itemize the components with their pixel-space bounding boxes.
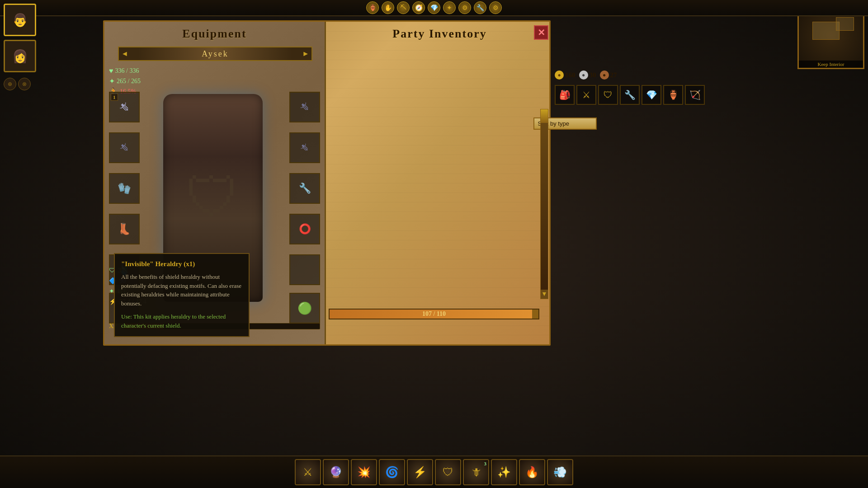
- weapon-icon: 🗡: [115, 98, 133, 116]
- hp-row: ♥ 336 / 336: [109, 67, 163, 75]
- capacity-text: 107 / 110: [330, 310, 538, 319]
- topbar-icon-5[interactable]: 💎: [428, 1, 440, 14]
- topbar-icon-8[interactable]: 🔧: [474, 1, 486, 14]
- tooltip-body: All the benefits of shield heraldry with…: [121, 272, 242, 308]
- skill-2[interactable]: 🔮: [323, 459, 349, 485]
- slot-boots[interactable]: 👢: [109, 214, 140, 244]
- skill-bar: ⚔ 🔮 💥 🌀 ⚡ 🛡 🗡 3 ✨ 🔥 💨: [0, 455, 868, 488]
- mana-row: ✦ 265 / 265: [109, 77, 163, 85]
- slot-offhand2[interactable]: 🗡: [289, 132, 320, 163]
- skill-5[interactable]: ⚡: [407, 459, 433, 485]
- top-bar: 🏺 ✋ ⛏ 🧭 💎 ✦ ⚙ 🔧 ⚙: [0, 0, 868, 16]
- inventory-panel: Party Inventory ✕ ● 160 ● 30 ● 27 Sort b…: [327, 22, 552, 344]
- currency-bar: ● 160 ● 30 ● 27 Sort by type: [555, 70, 617, 80]
- silver-coin-icon: ●: [579, 70, 588, 80]
- portrait-panel: 👨 👩 ⊕ ⊗: [4, 4, 36, 90]
- filter-weapons[interactable]: ⚔: [576, 85, 596, 105]
- armor-emoji: 🛡: [186, 167, 240, 229]
- weapon2-icon: 🗡: [116, 140, 133, 156]
- filter-icons-row: 🎒 ⚔ 🛡 🔧 💎 🏺 🏹: [555, 85, 705, 105]
- mana-icon: ✦: [109, 77, 115, 85]
- slot-offhand[interactable]: 🗡: [289, 92, 320, 122]
- skill-count-7: 3: [484, 461, 487, 466]
- weapon-badge: 1: [111, 94, 118, 101]
- topbar-icon-2[interactable]: ✋: [382, 1, 394, 14]
- slot-weapon-main[interactable]: 1 🗡: [109, 92, 140, 122]
- skill-8[interactable]: ✨: [491, 459, 517, 485]
- bronze-coin-icon: ●: [600, 70, 609, 80]
- filter-gems[interactable]: 💎: [642, 85, 661, 105]
- equipment-title: Equipment: [104, 22, 325, 44]
- gold-amount: 160: [565, 71, 576, 79]
- gloves-icon: 🧤: [118, 182, 131, 195]
- minimap-label: Keep Interior: [799, 61, 863, 68]
- mana-value: 265 / 265: [117, 78, 141, 85]
- portrait-icon-group[interactable]: ⊕: [4, 78, 16, 90]
- slot-weapon2[interactable]: 🗡: [109, 132, 140, 163]
- boots-icon: 👢: [118, 223, 131, 235]
- slot-neck[interactable]: [289, 254, 320, 285]
- inventory-scrollbar[interactable]: ▲ ▼: [540, 109, 548, 299]
- skill-9[interactable]: 🔥: [519, 459, 545, 485]
- offhand2-icon: 🗡: [297, 140, 312, 155]
- tooltip: "Invisible" Heraldry (x1) All the benefi…: [114, 253, 250, 337]
- skill-10[interactable]: 💨: [547, 459, 573, 485]
- filter-all[interactable]: 🎒: [555, 85, 575, 105]
- portrait-2[interactable]: 👩: [4, 40, 36, 72]
- silver-currency: ● 30: [579, 70, 596, 80]
- topbar-icon-6[interactable]: ✦: [443, 1, 456, 14]
- capacity-bar-container: 107 / 110: [329, 309, 539, 319]
- slot-gloves[interactable]: 🧤: [109, 173, 140, 204]
- inventory-title: Party Inventory: [327, 22, 552, 44]
- slot-accessory[interactable]: ⭕: [289, 214, 320, 244]
- portrait-icon-select[interactable]: ⊗: [18, 78, 31, 90]
- skill-7[interactable]: 🗡 3: [463, 459, 489, 485]
- topbar-icon-1[interactable]: 🏺: [366, 1, 379, 14]
- silver-amount: 30: [590, 71, 596, 79]
- skill-4[interactable]: 🌀: [379, 459, 405, 485]
- char-name-bar: Aysek: [118, 47, 312, 61]
- chest-icon: 🔧: [299, 183, 311, 194]
- slot-ring2[interactable]: 🟢: [289, 293, 320, 324]
- scroll-down-arrow[interactable]: ▼: [541, 290, 548, 299]
- bronze-amount: 27: [610, 71, 617, 79]
- topbar-icon-4[interactable]: 🧭: [412, 1, 425, 14]
- topbar-icon-9[interactable]: ⚙: [489, 1, 502, 14]
- skill-6[interactable]: 🛡: [435, 459, 461, 485]
- skill-1[interactable]: ⚔: [295, 459, 321, 485]
- skill-3[interactable]: 💥: [351, 459, 377, 485]
- slot-chest[interactable]: 🔧: [289, 173, 320, 204]
- accessory-icon: ⭕: [299, 223, 311, 235]
- tooltip-use: Use: This kit applies heraldry to the se…: [121, 312, 242, 330]
- topbar-icon-7[interactable]: ⚙: [458, 1, 471, 14]
- gold-currency: ● 160: [555, 70, 576, 80]
- close-button[interactable]: ✕: [534, 25, 548, 40]
- offhand-icon: 🗡: [297, 99, 313, 116]
- hp-icon: ♥: [109, 67, 113, 75]
- filter-tools[interactable]: 🔧: [620, 85, 640, 105]
- ring2-icon: 🟢: [297, 301, 312, 315]
- topbar-icon-3[interactable]: ⛏: [397, 1, 410, 14]
- portrait-1[interactable]: 👨: [4, 4, 36, 36]
- gold-coin-icon: ●: [555, 70, 564, 80]
- scroll-thumb[interactable]: [541, 109, 548, 123]
- hp-value: 336 / 336: [115, 67, 139, 75]
- char-name: Aysek: [202, 49, 228, 59]
- filter-armor[interactable]: 🛡: [598, 85, 618, 105]
- filter-ammo[interactable]: 🏹: [685, 85, 705, 105]
- portrait-1-face: 👨: [5, 5, 35, 35]
- portrait-2-face: 👩: [5, 41, 35, 71]
- bronze-currency: ● 27: [600, 70, 617, 80]
- filter-misc[interactable]: 🏺: [663, 85, 683, 105]
- tooltip-title: "Invisible" Heraldry (x1): [121, 260, 242, 268]
